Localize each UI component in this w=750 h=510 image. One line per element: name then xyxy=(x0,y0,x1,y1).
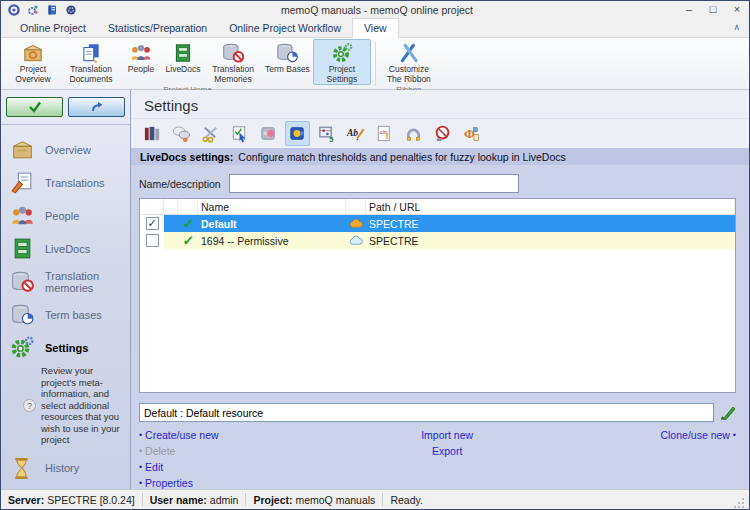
filter-label: Name/description xyxy=(139,178,221,190)
row-checkbox-checked[interactable]: ✓ xyxy=(146,217,159,230)
close-button[interactable]: × xyxy=(725,1,749,19)
translation-memories-icon xyxy=(9,268,36,295)
settings-tab-font-substitution[interactable] xyxy=(430,121,455,146)
settings-tab-qa-settings[interactable] xyxy=(227,121,252,146)
sidebar-item-settings[interactable]: Settings xyxy=(1,331,130,364)
content-pane: Settings 5 Ab abc! Φ LiveDocs settings: … xyxy=(131,90,749,489)
sidebar-item-people[interactable]: People xyxy=(1,199,130,232)
people-button[interactable]: People xyxy=(120,39,162,85)
sidebar-item-history[interactable]: History xyxy=(1,452,130,485)
column-header-path[interactable]: Path / URL xyxy=(366,199,735,214)
resource-path: SPECTRE xyxy=(366,215,735,232)
delete-link[interactable]: • Delete xyxy=(139,445,351,457)
import-new-link[interactable]: Import new xyxy=(421,429,473,441)
sidebar-item-translations[interactable]: Translations xyxy=(1,166,130,199)
ribbon-tab-row: Online Project Statistics/Preparation On… xyxy=(1,19,749,38)
server-gear-icon[interactable] xyxy=(65,4,77,16)
settings-tab-spelling[interactable] xyxy=(401,121,426,146)
settings-tab-autocorrect[interactable]: Ab xyxy=(343,121,368,146)
ribbon-group-ribbon: Customize The Ribbon Ribbon xyxy=(380,38,438,89)
people-icon xyxy=(9,202,36,229)
tab-online-project[interactable]: Online Project xyxy=(9,19,97,37)
title-bar: memoQ manuals - memoQ online project – □… xyxy=(1,1,749,19)
maximize-button[interactable]: □ xyxy=(701,1,725,19)
livedocs-button[interactable]: LiveDocs xyxy=(162,39,204,85)
clone-use-new-link[interactable]: Clone/use new • xyxy=(660,429,736,441)
export-link[interactable]: Export xyxy=(432,445,462,457)
sidebar-item-overview[interactable]: Overview xyxy=(1,133,130,166)
communication-settings-icon xyxy=(172,124,191,143)
settings-tab-ignore-lists[interactable]: abc! xyxy=(372,121,397,146)
project-settings-button[interactable]: Project Settings xyxy=(313,39,371,85)
collapse-ribbon-icon[interactable]: ∧ xyxy=(733,23,740,32)
tab-online-project-workflow[interactable]: Online Project Workflow xyxy=(218,19,352,37)
info-bar-label: LiveDocs settings: xyxy=(140,151,233,163)
table-row[interactable]: ✓ ✓ Default SPECTRE xyxy=(140,215,735,232)
status-ready: Ready. xyxy=(390,494,423,506)
settings-tab-non-translatables[interactable]: Φ xyxy=(459,121,484,146)
sync-gear-icon[interactable] xyxy=(27,4,39,16)
settings-tab-segmentation-rules[interactable] xyxy=(198,121,223,146)
sidebar-item-label: LiveDocs xyxy=(45,243,90,255)
sidebar-item-term-bases[interactable]: Term bases xyxy=(1,298,130,331)
ribbon-button-label: Translation Memories xyxy=(207,65,259,84)
app-window: memoQ manuals - memoQ online project – □… xyxy=(0,0,750,510)
selected-resource-field[interactable] xyxy=(139,403,714,422)
project-overview-button[interactable]: Project Overview xyxy=(4,39,62,85)
create-use-new-link[interactable]: • Create/use new xyxy=(139,429,351,441)
resource-actions: • Create/use new • Delete • Edit • Prope… xyxy=(139,429,736,489)
translation-documents-button[interactable]: Translation Documents xyxy=(62,39,120,85)
memoq-logo-icon[interactable] xyxy=(8,4,20,16)
settings-tab-general[interactable] xyxy=(140,121,165,146)
tab-statistics-preparation[interactable]: Statistics/Preparation xyxy=(97,19,218,37)
resource-name: Default xyxy=(198,215,346,232)
edit-resource-icon[interactable] xyxy=(719,404,736,421)
minimize-button[interactable]: – xyxy=(677,1,701,19)
ribbon-group-project-home: Project Overview Translation Documents P… xyxy=(4,38,371,89)
livedocs-icon xyxy=(9,235,36,262)
edit-link[interactable]: • Edit xyxy=(139,461,351,473)
settings-tab-communication[interactable] xyxy=(169,121,194,146)
apply-button[interactable] xyxy=(6,97,63,117)
sidebar-item-livedocs[interactable]: LiveDocs xyxy=(1,232,130,265)
info-bar-text: Configure match thresholds and penalties… xyxy=(238,151,565,163)
customize-ribbon-button[interactable]: Customize The Ribbon xyxy=(380,39,438,85)
sidebar-item-label: Settings xyxy=(45,342,88,354)
resource-name: 1694 -- Permissive xyxy=(198,232,346,249)
customize-ribbon-icon xyxy=(397,41,421,65)
tab-view[interactable]: View xyxy=(352,18,399,38)
livedocs-settings-icon xyxy=(288,124,307,143)
settings-tab-auto-translation-rules[interactable]: 5 xyxy=(314,121,339,146)
user-value: admin xyxy=(210,494,239,506)
settings-tab-tm-settings[interactable] xyxy=(256,121,281,146)
settings-help: ? Review your project's meta-information… xyxy=(1,364,130,452)
status-bar: Server: SPECTRE [8.0.24] User name: admi… xyxy=(1,489,749,509)
project-value: memoQ manuals xyxy=(295,494,375,506)
table-row[interactable]: ✓ 1694 -- Permissive SPECTRE xyxy=(140,232,735,249)
sidebar-item-label: Translations xyxy=(45,177,105,189)
segmentation-rules-icon xyxy=(201,124,220,143)
term-bases-button[interactable]: Term Bases xyxy=(262,39,313,85)
translation-memories-button[interactable]: Translation Memories xyxy=(204,39,262,85)
resources-table: Name Path / URL ✓ ✓ Default SPECTRE xyxy=(139,198,736,393)
notebook-icon[interactable] xyxy=(46,4,58,16)
settings-tab-livedocs-settings[interactable] xyxy=(285,121,310,146)
column-header-name[interactable]: Name xyxy=(198,199,346,214)
settings-tab-strip: 5 Ab abc! Φ xyxy=(131,118,749,148)
sidebar-item-label: Term bases xyxy=(45,309,102,321)
ribbon-button-label: Term Bases xyxy=(265,65,310,75)
sidebar-item-translation-memories[interactable]: Translation memories xyxy=(1,265,130,298)
sidebar-item-label: History xyxy=(45,462,79,474)
status-separator xyxy=(142,493,143,506)
filter-input[interactable] xyxy=(229,174,519,193)
row-checkbox-unchecked[interactable] xyxy=(146,234,159,247)
resize-grip[interactable] xyxy=(733,497,745,509)
table-empty-area xyxy=(140,249,735,392)
settings-icon xyxy=(9,334,36,361)
undo-arrow-icon xyxy=(90,101,104,113)
status-separator xyxy=(245,493,246,506)
overview-icon xyxy=(9,136,36,163)
properties-link[interactable]: • Properties xyxy=(139,477,351,489)
help-icon: ? xyxy=(23,399,36,412)
back-button[interactable] xyxy=(68,97,125,117)
